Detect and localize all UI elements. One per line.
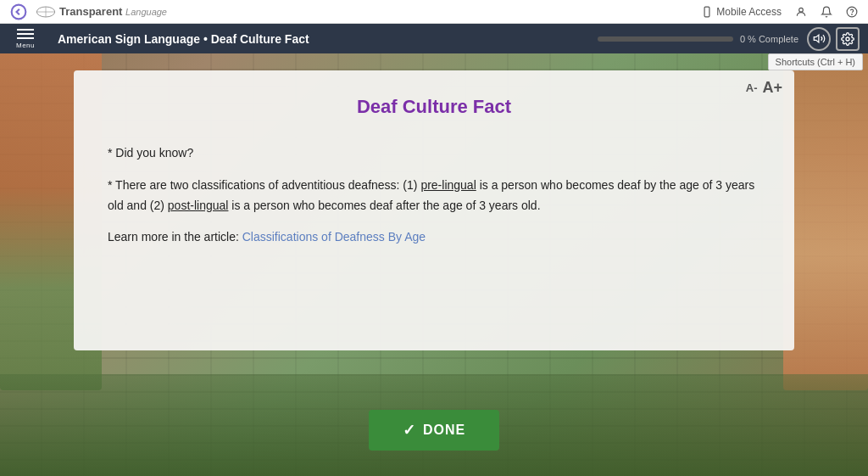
main-card: A- A+ Deaf Culture Fact * Did you know? … <box>74 70 794 350</box>
logo-text: Transparent Language <box>59 5 167 18</box>
paragraph-2: * There are two classifications of adven… <box>108 176 760 216</box>
top-bar: Transparent Language Mobile Access <box>0 0 868 24</box>
card-title: Deaf Culture Fact <box>108 96 760 118</box>
menu-bar-1 <box>17 29 34 31</box>
logo: Transparent Language <box>36 5 167 19</box>
user-profile-link[interactable] <box>795 6 807 18</box>
menu-bar-3 <box>17 37 34 39</box>
back-button[interactable] <box>10 3 27 20</box>
help-link[interactable] <box>846 6 858 18</box>
prelingual-term: pre-lingual <box>420 178 476 192</box>
menu-bar-2 <box>17 33 34 35</box>
mobile-icon <box>701 6 713 18</box>
svg-point-0 <box>12 4 26 19</box>
settings-button[interactable] <box>836 27 860 51</box>
card-body: * Did you know? * There are two classifi… <box>108 143 760 248</box>
mobile-access-label: Mobile Access <box>716 6 782 18</box>
svg-marker-9 <box>814 35 819 42</box>
logo-icon <box>36 5 56 19</box>
done-label: DONE <box>423 423 465 438</box>
progress-bar-container <box>598 36 733 42</box>
nav-bar: Menu American Sign Language • Deaf Cultu… <box>0 24 868 53</box>
paragraph-1-text: * Did you know? <box>108 146 193 160</box>
paragraph-1: * Did you know? <box>108 143 760 164</box>
shortcuts-label: Shortcuts (Ctrl + H) <box>776 57 855 67</box>
progress-text: 0 % Complete <box>740 34 798 44</box>
postlingual-term: post-lingual <box>168 199 229 212</box>
done-button[interactable]: ✓ DONE <box>369 410 499 451</box>
check-icon: ✓ <box>403 421 416 440</box>
done-button-area: ✓ DONE <box>0 410 868 451</box>
top-bar-left: Transparent Language <box>10 3 167 20</box>
svg-point-8 <box>852 14 853 14</box>
svg-point-10 <box>846 37 849 41</box>
volume-button[interactable] <box>807 27 831 51</box>
user-icon <box>795 6 807 18</box>
nav-title: American Sign Language • Deaf Culture Fa… <box>51 32 598 46</box>
svg-point-6 <box>799 8 804 12</box>
volume-icon <box>813 32 826 45</box>
progress-area: 0 % Complete <box>598 34 807 44</box>
mobile-access-link[interactable]: Mobile Access <box>701 6 782 18</box>
font-decrease-button[interactable]: A- <box>746 81 758 94</box>
gear-icon <box>841 32 854 46</box>
menu-label: Menu <box>16 42 35 49</box>
top-bar-right: Mobile Access <box>701 6 858 18</box>
menu-button[interactable]: Menu <box>0 24 51 53</box>
shortcuts-tooltip: Shortcuts (Ctrl + H) <box>768 53 863 70</box>
notifications-link[interactable] <box>821 6 832 18</box>
help-icon <box>846 6 858 18</box>
svg-rect-4 <box>704 7 709 17</box>
article-link[interactable]: Classifications of Deafness By Age <box>242 230 426 244</box>
font-increase-button[interactable]: A+ <box>762 79 782 97</box>
nav-icons <box>807 27 868 51</box>
bell-icon <box>821 6 832 18</box>
paragraph-3: Learn more in the article: Classificatio… <box>108 227 760 248</box>
font-controls: A- A+ <box>746 79 782 97</box>
